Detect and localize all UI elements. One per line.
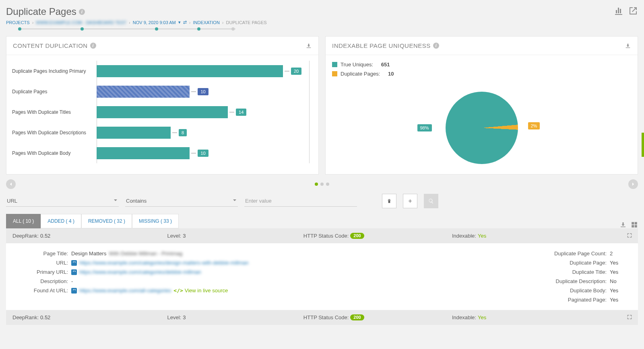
chevron-right-icon: › [32,20,34,25]
chevron-right-icon: › [129,20,130,25]
tab-missing[interactable]: MISSING ( 33 ) [132,214,179,228]
content-duplication-card: CONTENT DUPLICATION i Duplicate Pages In… [6,36,319,174]
bar-label: Pages With Duplicate Descriptions [12,130,97,135]
dot[interactable] [320,183,324,186]
bar-label[interactable]: Duplicate Pages [12,89,97,94]
add-filter-button[interactable] [403,194,417,208]
tab-all[interactable]: ALL ( 10 ) [6,214,41,228]
prev-button[interactable] [6,179,16,189]
dot[interactable] [326,183,329,186]
card-title: CONTENT DUPLICATION i [13,42,96,49]
breadcrumb-indexation[interactable]: INDEXATION [193,20,219,25]
download-icon[interactable] [619,221,627,228]
download-icon[interactable] [625,43,631,49]
bar-value: 20 [291,68,301,75]
pie-label-slice: 2% [528,122,540,129]
legend-swatch [332,62,337,67]
url-link[interactable]: https://www.example.com/all-categories [79,287,171,294]
next-button[interactable] [628,179,638,189]
status-badge: 200 [350,314,364,320]
bar-value: 14 [236,109,246,116]
expand-icon[interactable] [627,314,632,321]
bar-label: Pages With Duplicate Body [12,150,97,156]
tabs: ALL ( 10 ) ADDED ( 4 ) REMOVED ( 32 ) MI… [6,214,179,228]
chevron-down-icon [113,198,118,203]
filter-field-select[interactable]: URL [6,195,119,207]
tab-added[interactable]: ADDED ( 4 ) [41,214,81,228]
legend: True Uniques: 651 Duplicate Pages: 10 [326,55,638,82]
bar-chart: Duplicate Pages Including Primary 20 Dup… [6,55,318,169]
bar-chart-icon[interactable] [614,6,623,16]
legend-swatch [332,71,337,76]
bar-value: 8 [179,129,187,136]
external-link-icon[interactable] [71,269,77,275]
info-icon[interactable]: i [433,43,439,49]
carousel-dots [315,183,329,186]
progress-indicator [6,27,267,31]
grid-view-icon[interactable] [631,221,638,228]
chevron-down-icon [232,198,237,203]
result-row[interactable]: DeepRank:0.52 Level:3 HTTP Status Code:2… [6,228,638,243]
delete-filter-button[interactable] [382,194,396,208]
download-icon[interactable] [305,43,312,49]
page-title: Duplicate Pages i [6,6,267,17]
url-link[interactable]: https://www.example.com/categories/desig… [79,260,249,266]
breadcrumb-projects[interactable]: PROJECTS [6,20,30,25]
expand-icon[interactable] [627,232,632,239]
uniqueness-card: INDEXABLE PAGE UNIQUENESS i True Uniques… [325,36,638,174]
pie-chart: 98% 2% [326,82,638,174]
dot[interactable] [315,183,318,186]
result-detail: Page Title:Design Matters With Debbie Mi… [6,243,638,310]
info-icon[interactable]: i [90,43,96,49]
external-link-icon[interactable] [71,288,77,294]
breadcrumb-timestamp[interactable]: NOV 9, 2020 9:03 AM [133,20,176,25]
view-source-link[interactable]: </>View in live source [173,287,228,294]
status-badge: 200 [350,233,364,239]
breadcrumb: PROJECTS › www.example.com - dashboard t… [6,20,267,25]
url-link[interactable]: https://www.example.com/categories/debbi… [79,269,201,275]
filter-operator-select[interactable]: Contains [125,195,238,207]
legend-item: Duplicate Pages: 10 [332,71,631,77]
result-row[interactable]: DeepRank:0.52 Level:3 HTTP Status Code:2… [6,310,638,325]
share-icon[interactable] [628,6,638,16]
side-handle[interactable] [642,133,644,157]
code-icon: </> [173,287,183,294]
pie-label-main: 98% [417,124,432,131]
bar-value: 10 [198,150,208,157]
tab-removed[interactable]: REMOVED ( 32 ) [81,214,132,228]
filter-value-input[interactable] [244,195,357,207]
card-title: INDEXABLE PAGE UNIQUENESS i [332,42,439,49]
info-icon[interactable]: i [79,9,85,15]
bar-label: Duplicate Pages Including Primary [12,68,97,74]
chevron-right-icon: › [189,20,191,25]
page-title-text: Duplicate Pages [6,6,76,17]
swap-icon[interactable]: ⇄ [183,20,187,25]
breadcrumb-current: DUPLICATE PAGES [226,20,267,25]
bar-value: 10 [198,88,208,95]
search-button[interactable] [424,194,438,208]
external-link-icon[interactable] [71,260,77,266]
breadcrumb-project[interactable]: www.example.com - dashboard test [36,20,126,25]
dropdown-caret-icon[interactable]: ▾ [178,20,181,25]
bar-label: Pages With Duplicate Titles [12,109,97,115]
chevron-right-icon: › [222,20,224,25]
legend-item: True Uniques: 651 [332,62,631,68]
